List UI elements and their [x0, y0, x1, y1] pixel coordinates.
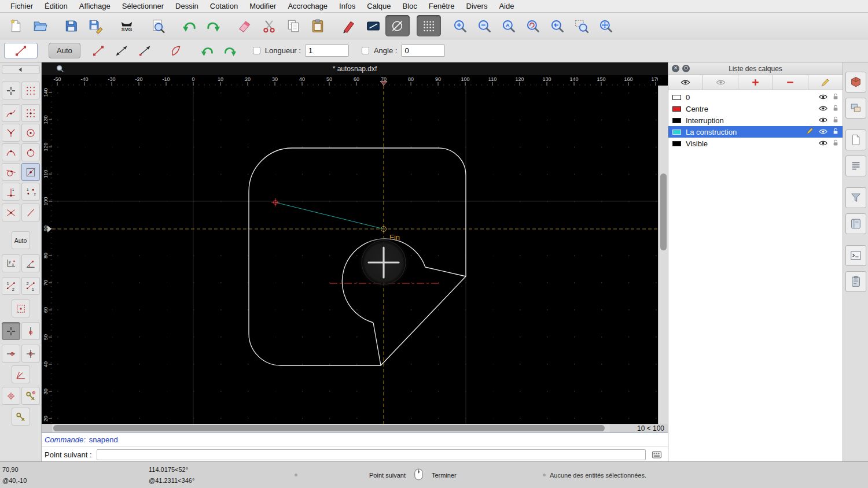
line-horizontal-button[interactable]: [135, 42, 155, 60]
divide-2-1-button[interactable]: 21: [21, 277, 40, 295]
restrict-vertical-button[interactable]: [21, 322, 40, 340]
filter-widget-button[interactable]: [845, 187, 866, 208]
drawing-canvas[interactable]: Fin: [52, 86, 658, 424]
cut-button[interactable]: [257, 15, 281, 36]
zoom-window-button[interactable]: [569, 15, 594, 36]
restrict-horizontal-button[interactable]: [2, 345, 20, 363]
menu-item-dessin[interactable]: Dessin: [170, 2, 204, 10]
command-input[interactable]: [97, 449, 646, 460]
snap-free-button[interactable]: [2, 104, 20, 122]
entity-list-button[interactable]: [845, 156, 866, 176]
angle-checkbox[interactable]: [362, 47, 369, 54]
snap-points-button[interactable]: [21, 104, 40, 122]
restrict-nothing-button[interactable]: [2, 322, 20, 340]
layer-visibility-icon[interactable]: [819, 127, 827, 137]
undo-button[interactable]: [177, 15, 201, 36]
float-panel-button[interactable]: [682, 65, 690, 72]
close-panel-button[interactable]: ×: [672, 65, 679, 72]
menu-item-divers[interactable]: Divers: [461, 2, 494, 10]
menu-item-edition[interactable]: Édition: [39, 2, 73, 10]
snap-tangent-button[interactable]: [2, 163, 20, 181]
zoom-pan-button[interactable]: [594, 15, 618, 36]
length-input[interactable]: [305, 45, 349, 57]
command-options-button[interactable]: [650, 450, 663, 459]
palette-collapse-button[interactable]: [2, 65, 40, 74]
snap-perpendicular-button[interactable]: 1: [2, 183, 20, 201]
horizontal-scrollbar-thumb[interactable]: [53, 425, 605, 431]
snap-on-entity-button[interactable]: [2, 143, 20, 161]
remove-layer-button[interactable]: [773, 75, 808, 90]
open-file-button[interactable]: [28, 15, 52, 36]
snap-distance-button[interactable]: [21, 143, 40, 161]
layer-row-visible[interactable]: Visible: [668, 138, 843, 149]
snap-endpoint-button[interactable]: [2, 124, 20, 142]
restrict-off-button[interactable]: [21, 204, 40, 221]
angle-snap-button[interactable]: [12, 365, 30, 383]
restrict-orthogonal-button[interactable]: [21, 345, 40, 363]
menu-item-modifier[interactable]: Modifier: [244, 2, 282, 10]
line-angle-button[interactable]: [112, 42, 131, 60]
vertical-scrollbar[interactable]: [658, 86, 668, 424]
menu-item-aide[interactable]: Aide: [493, 2, 520, 10]
lock-relative-zero-button[interactable]: [21, 387, 40, 405]
edit-layer-button[interactable]: [808, 75, 843, 90]
print-preview-button[interactable]: [146, 15, 170, 36]
restrict-redo-button[interactable]: [220, 42, 240, 60]
length-checkbox[interactable]: [253, 47, 260, 54]
layer-lock-icon[interactable]: [833, 127, 838, 137]
coordinate-polar-button[interactable]: [21, 254, 40, 272]
lock-zero-button[interactable]: [12, 408, 30, 426]
document-titlebar[interactable]: * autosnap.dxf: [42, 62, 668, 75]
divide-1-2-button[interactable]: 12: [2, 277, 20, 295]
layer-lock-icon[interactable]: [833, 92, 838, 102]
snap-relative-button[interactable]: [2, 387, 20, 405]
layer-row-0[interactable]: 0: [668, 91, 843, 103]
redo-button[interactable]: [201, 15, 226, 36]
layer-visibility-icon[interactable]: [819, 103, 827, 114]
layer-visibility-icon[interactable]: [819, 115, 827, 125]
line-two-points-button[interactable]: [89, 42, 108, 60]
restrict-undo-button[interactable]: [197, 42, 217, 60]
book-widget-button[interactable]: [845, 213, 866, 234]
select-region-button[interactable]: [12, 300, 30, 317]
crosshair-mode-button[interactable]: [2, 82, 20, 99]
zoom-redraw-button[interactable]: [521, 15, 545, 36]
menu-item-cotation[interactable]: Cotation: [204, 2, 244, 10]
zoom-in-button[interactable]: [448, 15, 472, 36]
angle-input[interactable]: [401, 45, 445, 57]
new-file-button[interactable]: [3, 15, 28, 36]
menu-item-affichage[interactable]: Affichage: [73, 2, 116, 10]
layer-edit-pencil-icon[interactable]: [806, 127, 814, 137]
menu-item-accrochage[interactable]: Accrochage: [282, 2, 333, 10]
layer-lock-icon[interactable]: [833, 103, 838, 114]
menu-item-infos[interactable]: Infos: [333, 2, 361, 10]
block-widget-button[interactable]: [845, 72, 866, 93]
snap-middle-button[interactable]: [21, 163, 40, 181]
menu-item-bloc[interactable]: Bloc: [396, 2, 422, 10]
polyline-button[interactable]: [166, 42, 186, 60]
line-tool-indicator[interactable]: [4, 43, 38, 58]
save-button[interactable]: [59, 15, 83, 36]
freeze-all-button[interactable]: [703, 75, 738, 90]
horizontal-scrollbar[interactable]: [52, 424, 610, 432]
zoom-auto-button[interactable]: A: [496, 15, 521, 36]
layer-lock-icon[interactable]: [833, 115, 838, 125]
add-layer-button[interactable]: [738, 75, 773, 90]
zoom-out-button[interactable]: [472, 15, 496, 36]
layer-visibility-icon[interactable]: [819, 92, 827, 102]
menu-item-calque[interactable]: Calque: [361, 2, 396, 10]
vertical-scrollbar-thumb[interactable]: [660, 173, 667, 250]
line-attributes-button[interactable]: [361, 15, 385, 36]
layer-row-centre[interactable]: Centre: [668, 103, 843, 114]
menu-item-selectionner[interactable]: Sélectionner: [116, 2, 170, 10]
save-as-button[interactable]: [83, 15, 108, 36]
layer-row-interruption[interactable]: Interruption: [668, 114, 843, 126]
snap-mode-dropdown[interactable]: Auto: [49, 43, 80, 58]
zoom-previous-button[interactable]: [545, 15, 569, 36]
coordinate-xy-button[interactable]: yx: [2, 254, 20, 272]
snap-intersection-button[interactable]: [2, 204, 20, 221]
layer-visibility-icon[interactable]: [819, 138, 827, 149]
grid-toggle-button[interactable]: [417, 15, 441, 36]
sheet-widget-button[interactable]: [845, 130, 866, 150]
menu-item-fenetre[interactable]: Fenêtre: [423, 2, 461, 10]
